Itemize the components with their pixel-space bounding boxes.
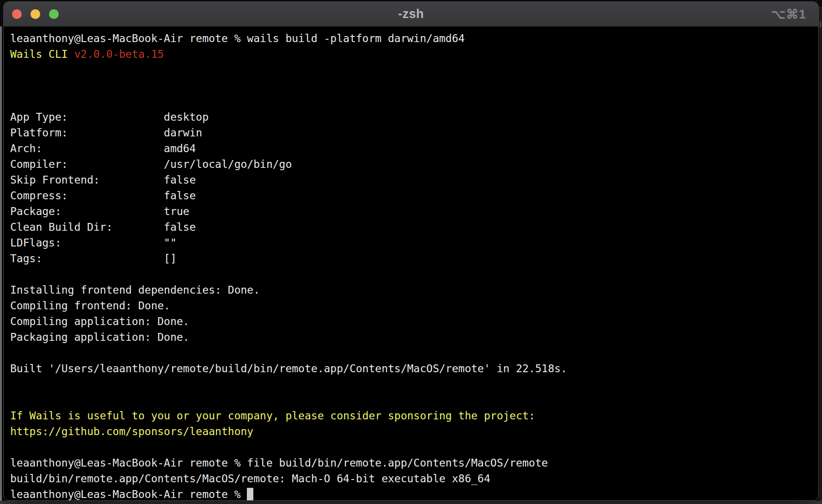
terminal-output[interactable]: leaanthony@Leas-MacBook-Air remote % wai…: [4, 27, 818, 501]
window-title: -zsh: [4, 7, 818, 21]
terminal-text-segment: Tags: []: [10, 252, 177, 264]
terminal-line: [10, 62, 818, 78]
terminal-text-segment: Clean Build Dir: false: [10, 221, 196, 233]
terminal-line: [10, 392, 818, 408]
terminal-line: Skip Frontend: false: [10, 172, 818, 188]
terminal-text-segment: leaanthony@Leas-MacBook-Air remote % fil…: [10, 457, 548, 469]
terminal-line: Installing frontend dependencies: Done.: [10, 282, 818, 298]
terminal-text-segment: leaanthony@Leas-MacBook-Air remote %: [10, 488, 247, 500]
terminal-line: https://github.com/sponsors/leaanthony: [10, 424, 818, 439]
terminal-text-segment: If Wails is useful to you or your compan…: [10, 410, 535, 422]
terminal-line: Arch: amd64: [10, 141, 818, 156]
terminal-line: Tags: []: [10, 251, 818, 266]
terminal-text-segment: Package: true: [10, 205, 190, 217]
terminal-line: [10, 376, 818, 392]
terminal-line: Package: true: [10, 203, 818, 219]
text-cursor: [247, 488, 253, 501]
terminal-line: build/bin/remote.app/Contents/MacOS/remo…: [10, 471, 818, 486]
terminal-line: [10, 439, 818, 455]
terminal-line: leaanthony@Leas-MacBook-Air remote %: [10, 486, 818, 501]
terminal-line: [10, 78, 818, 93]
terminal-text-segment: Built '/Users/leaanthony/remote/build/bi…: [10, 363, 567, 375]
terminal-text-segment: Packaging application: Done.: [10, 331, 190, 343]
terminal-line: Packaging application: Done.: [10, 329, 818, 345]
background-window-edge-bottom: [0, 501, 822, 504]
terminal-text-segment: Compress: false: [10, 190, 196, 202]
terminal-text-segment: Wails CLI: [10, 48, 74, 60]
terminal-line: Compiling frontend: Done.: [10, 298, 818, 313]
terminal-text-segment: Platform: darwin: [10, 127, 202, 139]
window-shortcut-hint: ⌥⌘1: [771, 2, 806, 26]
terminal-text-segment: build/bin/remote.app/Contents/MacOS/remo…: [10, 473, 491, 485]
close-button[interactable]: [12, 9, 22, 19]
terminal-text-segment: App Type: desktop: [10, 111, 209, 123]
terminal-text-segment: v2.0.0-beta.15: [74, 48, 164, 60]
terminal-line: Compiling application: Done.: [10, 313, 818, 329]
terminal-line: [10, 93, 818, 109]
zoom-button[interactable]: [49, 9, 59, 19]
terminal-line: Platform: darwin: [10, 125, 818, 141]
terminal-line: App Type: desktop: [10, 109, 818, 125]
terminal-text-segment: LDFlags: "": [10, 237, 177, 249]
terminal-line: leaanthony@Leas-MacBook-Air remote % wai…: [10, 31, 818, 46]
titlebar[interactable]: -zsh ⌥⌘1: [4, 2, 818, 27]
background-window-edge-left: [0, 26, 2, 504]
terminal-line: Wails CLI v2.0.0-beta.15: [10, 46, 818, 62]
terminal-line: leaanthony@Leas-MacBook-Air remote % fil…: [10, 455, 818, 471]
terminal-text-segment: Installing frontend dependencies: Done.: [10, 284, 260, 296]
terminal-line: LDFlags: "": [10, 235, 818, 251]
terminal-text-segment: Compiling frontend: Done.: [10, 300, 170, 312]
background-window-edge-right: i: [819, 6, 822, 504]
terminal-text-segment: Skip Frontend: false: [10, 174, 196, 186]
traffic-lights: [12, 2, 59, 26]
terminal-text-segment: Compiler: /usr/local/go/bin/go: [10, 158, 292, 170]
terminal-line: Compiler: /usr/local/go/bin/go: [10, 156, 818, 172]
terminal-text-segment: Compiling application: Done.: [10, 315, 190, 327]
terminal-line: Clean Build Dir: false: [10, 219, 818, 235]
terminal-text-segment: leaanthony@Leas-MacBook-Air remote % wai…: [10, 32, 465, 44]
terminal-line: Compress: false: [10, 188, 818, 203]
terminal-line: [10, 266, 818, 282]
terminal-text-segment: https://github.com/sponsors/leaanthony: [10, 425, 253, 437]
terminal-text-segment: Arch: amd64: [10, 142, 196, 154]
terminal-line: [10, 345, 818, 361]
minimize-button[interactable]: [31, 9, 40, 19]
terminal-line: Built '/Users/leaanthony/remote/build/bi…: [10, 361, 818, 376]
terminal-line: If Wails is useful to you or your compan…: [10, 408, 818, 424]
terminal-window: -zsh ⌥⌘1 leaanthony@Leas-MacBook-Air rem…: [3, 1, 819, 501]
